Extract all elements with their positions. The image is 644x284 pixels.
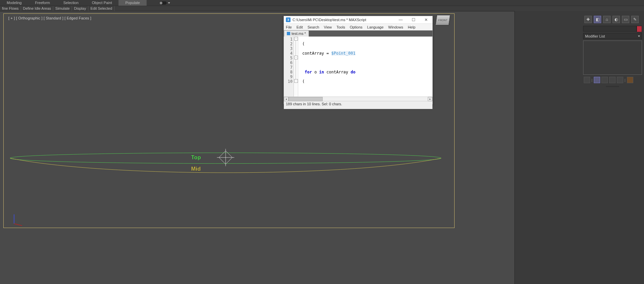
sub-display[interactable]: Display — [72, 6, 88, 11]
chevron-down-icon — [638, 36, 640, 37]
menu-options[interactable]: Options — [350, 25, 363, 29]
fold-line — [296, 59, 296, 79]
maxscript-app-icon: 3 — [286, 17, 291, 22]
script-file-icon — [287, 32, 290, 35]
object-label-top: Top — [191, 155, 201, 161]
menu-tools[interactable]: Tools — [336, 25, 345, 29]
toolbar-divider: | — [591, 78, 592, 82]
horizontal-scrollbar[interactable]: ◂ ▸ — [284, 97, 432, 101]
maxscript-menubar: File Edit Search View Tools Options Lang… — [284, 24, 432, 31]
object-label-mid: Mid — [191, 166, 201, 172]
configure-sets-icon[interactable] — [617, 77, 623, 83]
menu-search[interactable]: Search — [308, 25, 319, 29]
menu-help[interactable]: Help — [408, 25, 415, 29]
scrollbar-thumb[interactable] — [289, 97, 323, 101]
modifier-stack[interactable] — [583, 41, 642, 75]
modifier-sets-icon[interactable] — [627, 77, 633, 83]
remove-modifier-icon[interactable] — [609, 77, 616, 83]
code-area[interactable]: ( contArray = $Point_001 for o in contAr… — [298, 37, 432, 97]
hierarchy-tab-icon[interactable]: ⌂ — [603, 16, 611, 23]
ribbon-tab-modeling[interactable]: Modeling — [0, 0, 28, 6]
maxscript-statusbar: 189 chars in 10 lines. Sel: 0 chars. — [284, 101, 432, 109]
minimize-button[interactable]: — — [394, 16, 407, 23]
viewcube[interactable]: FRONT — [435, 15, 450, 25]
modifier-list-dropdown[interactable]: Modifier List — [583, 33, 642, 39]
motion-tab-icon[interactable]: ◐ — [613, 16, 620, 23]
toolbar-divider: | — [625, 78, 626, 82]
modifier-list-label: Modifier List — [585, 34, 605, 38]
close-icon: ✕ — [424, 17, 428, 22]
modifier-stack-toolbar: | | — [583, 76, 642, 84]
maxscript-title: C:\Users\Mi PC\Desktop\test.ms * MAXScri… — [293, 18, 366, 22]
maxscript-tabbar: test.ms * — [284, 31, 432, 37]
menu-language[interactable]: Language — [367, 25, 384, 29]
menu-windows[interactable]: Windows — [388, 25, 403, 29]
menu-view[interactable]: View — [324, 25, 332, 29]
subribbon: fine Flows Define Idle Areas Simulate Di… — [0, 6, 644, 11]
display-tab-icon[interactable]: ▭ — [622, 16, 629, 23]
ribbon-tab-populate[interactable]: Populate — [118, 0, 146, 6]
ribbon-tab-objectpaint[interactable]: Object Paint — [85, 0, 119, 6]
menu-file[interactable]: File — [286, 25, 292, 29]
scroll-right-icon[interactable]: ▸ — [428, 97, 432, 101]
maxscript-window[interactable]: 3 C:\Users\Mi PC\Desktop\test.ms * MAXSc… — [284, 16, 433, 104]
sub-defineidle[interactable]: Define Idle Areas — [21, 6, 54, 11]
modify-tab-icon[interactable]: ◧ — [594, 16, 601, 23]
fold-gutter[interactable]: - - - — [294, 37, 298, 97]
command-panel: ✚ ◧ ⌂ ◐ ▭ ✎ Modifier List | | — [583, 14, 642, 89]
make-unique-icon[interactable] — [601, 77, 608, 83]
sub-fineflows[interactable]: fine Flows — [0, 6, 21, 11]
pin-stack-icon[interactable] — [584, 77, 590, 83]
sub-editselected[interactable]: Edit Selected — [88, 6, 114, 11]
show-end-result-icon[interactable] — [594, 77, 600, 83]
object-color-swatch[interactable] — [637, 26, 642, 32]
fold-end-icon: - — [294, 79, 298, 83]
fold-box-icon[interactable]: - — [294, 37, 298, 41]
create-tab-icon[interactable]: ✚ — [584, 16, 592, 23]
axis-gizmo-icon — [14, 214, 22, 226]
maxscript-titlebar[interactable]: 3 C:\Users\Mi PC\Desktop\test.ms * MAXSc… — [284, 16, 432, 24]
utilities-tab-icon[interactable]: ✎ — [631, 16, 639, 23]
maxscript-tab-label: test.ms * — [292, 32, 306, 36]
maximize-icon: ☐ — [412, 17, 415, 22]
viewport[interactable]: [ + ] [ Orthographic ] [ Standard ] [ Ed… — [3, 13, 455, 228]
panel-resize-grip[interactable] — [606, 86, 619, 87]
ribbon-tabs: Modeling Freeform Selection Object Paint… — [0, 0, 644, 6]
chevron-down-icon — [168, 2, 170, 4]
fold-box-icon[interactable]: - — [294, 56, 298, 59]
fold-line — [296, 40, 296, 56]
object-name-input[interactable] — [583, 26, 637, 32]
scroll-left-icon[interactable]: ◂ — [284, 97, 289, 101]
maximize-button[interactable]: ☐ — [407, 16, 420, 23]
maxscript-editor-body: 1 2 3 4 5 6 7 8 9 10 - - - — [284, 37, 432, 97]
minimize-icon: — — [399, 17, 403, 22]
sub-simulate[interactable]: Simulate — [53, 6, 72, 11]
close-button[interactable]: ✕ — [420, 16, 432, 23]
maxscript-file-tab[interactable]: test.ms * — [284, 30, 309, 37]
ribbon-tab-selection[interactable]: Selection — [57, 0, 85, 6]
svg-line-3 — [14, 224, 22, 226]
object-name-row — [583, 26, 642, 32]
ribbon-toggle[interactable] — [153, 1, 170, 5]
menu-edit[interactable]: Edit — [297, 25, 303, 29]
command-panel-tabs: ✚ ◧ ⌂ ◐ ▭ ✎ — [583, 14, 642, 24]
toggle-icon — [159, 1, 167, 5]
ribbon-tab-freeform[interactable]: Freeform — [28, 0, 57, 6]
line-number-gutter: 1 2 3 4 5 6 7 8 9 10 — [284, 37, 294, 97]
